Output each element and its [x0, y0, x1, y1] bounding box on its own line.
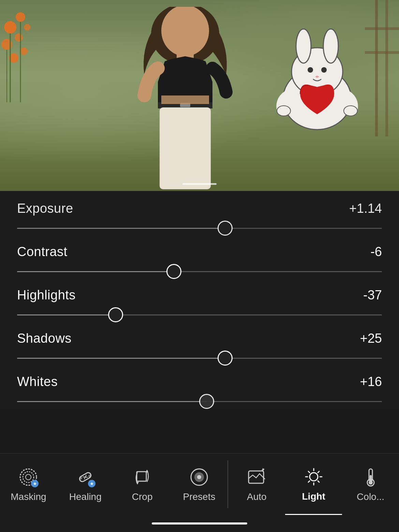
toolbar-item-crop[interactable]: Crop [114, 454, 171, 515]
contrast-thumb[interactable] [166, 264, 181, 279]
highlights-track [17, 314, 382, 315]
person-silhouette [114, 7, 257, 191]
contrast-fill [17, 271, 174, 272]
masking-label: Masking [11, 491, 46, 502]
home-indicator [0, 515, 399, 532]
svg-point-4 [24, 24, 31, 31]
svg-point-1 [16, 12, 25, 22]
crop-label: Crop [132, 491, 153, 502]
svg-point-43 [310, 473, 318, 481]
auto-icon [246, 466, 268, 488]
presets-icon [188, 466, 210, 488]
svg-point-24 [277, 106, 291, 116]
exposure-track-container[interactable] [17, 221, 382, 235]
highlights-header: Highlights -37 [17, 288, 382, 302]
highlights-value: -37 [363, 288, 382, 302]
exposure-value: +1.14 [349, 201, 382, 216]
svg-rect-28 [365, 27, 399, 30]
toolbar-item-auto[interactable]: Auto [228, 454, 285, 515]
highlights-slider-row: Highlights -37 [17, 288, 382, 322]
bottom-toolbar: ★ Masking ★ Healing [0, 453, 399, 532]
svg-line-51 [308, 481, 310, 482]
shadows-label: Shadows [17, 331, 72, 346]
svg-rect-14 [160, 107, 211, 189]
photo-background [0, 0, 399, 191]
contrast-header: Contrast -6 [17, 245, 382, 259]
flowers-decoration [0, 0, 68, 136]
masking-icon: ★ [17, 466, 39, 488]
home-bar [152, 522, 247, 524]
toolbar-item-light[interactable]: Light [285, 454, 342, 515]
healing-icon: ★ [74, 466, 96, 488]
exposure-thumb[interactable] [218, 221, 233, 236]
exposure-track [17, 228, 382, 229]
whites-value: +16 [360, 374, 382, 389]
svg-point-0 [4, 21, 16, 33]
shadows-header: Shadows +25 [17, 331, 382, 346]
background-fence [297, 0, 399, 136]
svg-point-32 [26, 474, 31, 480]
light-icon [303, 466, 325, 488]
shadows-fill [17, 358, 225, 359]
whites-header: Whites +16 [17, 374, 382, 389]
presets-label: Presets [183, 491, 216, 502]
color-icon [360, 466, 382, 488]
svg-point-11 [161, 7, 209, 56]
exposure-label: Exposure [17, 201, 73, 216]
whites-track [17, 401, 382, 402]
svg-point-37 [88, 475, 91, 477]
svg-point-3 [15, 33, 23, 42]
svg-point-55 [369, 481, 373, 485]
healing-label: Healing [69, 491, 102, 502]
color-label: Colo... [357, 491, 384, 502]
contrast-label: Contrast [17, 245, 68, 259]
contrast-slider-row: Contrast -6 [17, 245, 382, 278]
shadows-slider-row: Shadows +25 [17, 331, 382, 365]
contrast-track [17, 271, 382, 272]
toolbar-item-presets[interactable]: Presets [171, 454, 228, 515]
svg-point-41 [197, 475, 201, 479]
whites-label: Whites [17, 374, 58, 389]
svg-point-6 [20, 47, 28, 55]
shadows-track-container[interactable] [17, 351, 382, 365]
adjustments-panel: Exposure +1.14 Contrast -6 Highlights -3… [0, 191, 399, 408]
highlights-thumb[interactable] [108, 307, 123, 322]
shadows-thumb[interactable] [218, 351, 233, 366]
highlights-label: Highlights [17, 288, 76, 302]
svg-line-49 [318, 481, 319, 482]
svg-rect-16 [161, 95, 209, 104]
highlights-fill [17, 314, 116, 315]
contrast-value: -6 [370, 245, 382, 259]
exposure-fill [17, 228, 225, 229]
shadows-value: +25 [360, 331, 382, 346]
toolbar-items: ★ Masking ★ Healing [0, 454, 399, 515]
whites-slider-row: Whites +16 [17, 374, 382, 408]
svg-rect-27 [385, 0, 388, 136]
shadows-track [17, 358, 382, 359]
photo-handle [182, 183, 217, 185]
svg-rect-26 [375, 0, 378, 136]
whites-thumb[interactable] [199, 394, 214, 409]
auto-label: Auto [247, 491, 267, 502]
toolbar-item-healing[interactable]: ★ Healing [57, 454, 114, 515]
svg-rect-29 [365, 51, 399, 54]
exposure-slider-row: Exposure +1.14 [17, 198, 382, 235]
svg-point-36 [79, 477, 82, 479]
svg-rect-38 [137, 472, 146, 481]
svg-line-50 [318, 471, 319, 473]
highlights-track-container[interactable] [17, 308, 382, 322]
light-label: Light [302, 491, 325, 502]
whites-track-container[interactable] [17, 395, 382, 408]
crop-icon [131, 466, 153, 488]
exposure-header: Exposure +1.14 [17, 201, 382, 216]
toolbar-item-color[interactable]: Colo... [342, 454, 399, 515]
photo-area [0, 0, 399, 191]
contrast-track-container[interactable] [17, 265, 382, 278]
whites-fill [17, 401, 207, 402]
svg-line-48 [308, 471, 310, 473]
toolbar-item-masking[interactable]: ★ Masking [0, 454, 57, 515]
